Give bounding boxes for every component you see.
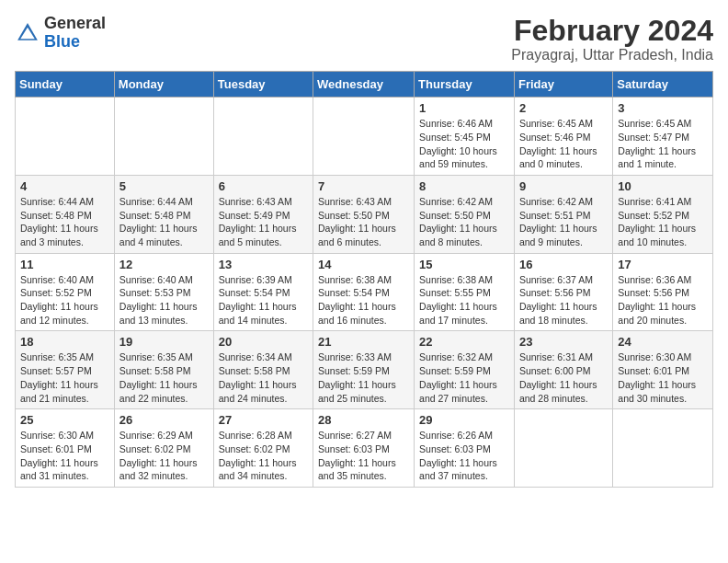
day-number: 17 [618,258,708,271]
calendar-cell: 9Sunrise: 6:42 AM Sunset: 5:51 PM Daylig… [514,175,612,253]
day-number: 1 [419,101,509,115]
calendar-cell [514,409,612,488]
day-info: Sunrise: 6:46 AM Sunset: 5:45 PM Dayligh… [419,117,509,171]
calendar-cell: 24Sunrise: 6:30 AM Sunset: 6:01 PM Dayli… [613,331,713,409]
calendar-body: 1Sunrise: 6:46 AM Sunset: 5:45 PM Daylig… [16,98,713,488]
calendar-cell: 7Sunrise: 6:43 AM Sunset: 5:50 PM Daylig… [313,175,415,253]
calendar-cell: 26Sunrise: 6:29 AM Sunset: 6:02 PM Dayli… [114,409,213,488]
day-info: Sunrise: 6:26 AM Sunset: 6:03 PM Dayligh… [419,429,509,483]
calendar-cell [213,98,313,176]
title-block: February 2024 Prayagraj, Uttar Pradesh, … [511,15,713,63]
day-info: Sunrise: 6:44 AM Sunset: 5:48 PM Dayligh… [119,195,209,249]
day-number: 4 [20,179,109,193]
calendar-cell: 27Sunrise: 6:28 AM Sunset: 6:02 PM Dayli… [213,409,313,488]
calendar-cell: 14Sunrise: 6:38 AM Sunset: 5:54 PM Dayli… [313,253,415,331]
day-info: Sunrise: 6:33 AM Sunset: 5:59 PM Dayligh… [318,350,409,405]
calendar-week-row: 11Sunrise: 6:40 AM Sunset: 5:52 PM Dayli… [16,253,713,331]
calendar-cell: 11Sunrise: 6:40 AM Sunset: 5:52 PM Dayli… [16,253,115,331]
calendar-week-row: 25Sunrise: 6:30 AM Sunset: 6:01 PM Dayli… [16,409,713,488]
calendar-table: SundayMondayTuesdayWednesdayThursdayFrid… [15,71,713,488]
column-header-saturday: Saturday [613,72,713,98]
day-info: Sunrise: 6:38 AM Sunset: 5:54 PM Dayligh… [318,273,409,327]
location-subtitle: Prayagraj, Uttar Pradesh, India [511,47,713,63]
calendar-week-row: 1Sunrise: 6:46 AM Sunset: 5:45 PM Daylig… [16,98,713,176]
column-header-tuesday: Tuesday [213,72,313,98]
calendar-cell: 19Sunrise: 6:35 AM Sunset: 5:58 PM Dayli… [114,331,213,409]
calendar-cell: 20Sunrise: 6:34 AM Sunset: 5:58 PM Dayli… [213,331,313,409]
logo: General Blue [15,15,106,52]
day-info: Sunrise: 6:32 AM Sunset: 5:59 PM Dayligh… [419,350,509,405]
day-number: 27 [219,413,308,427]
day-info: Sunrise: 6:31 AM Sunset: 6:00 PM Dayligh… [519,350,608,405]
calendar-cell: 2Sunrise: 6:45 AM Sunset: 5:46 PM Daylig… [514,98,612,176]
day-info: Sunrise: 6:29 AM Sunset: 6:02 PM Dayligh… [119,429,209,483]
calendar-cell [16,98,115,176]
calendar-cell: 4Sunrise: 6:44 AM Sunset: 5:48 PM Daylig… [16,175,115,253]
day-number: 14 [318,258,409,271]
day-info: Sunrise: 6:42 AM Sunset: 5:50 PM Dayligh… [419,195,509,249]
day-info: Sunrise: 6:39 AM Sunset: 5:54 PM Dayligh… [219,273,308,327]
column-header-monday: Monday [114,72,213,98]
day-info: Sunrise: 6:27 AM Sunset: 6:03 PM Dayligh… [318,429,409,483]
calendar-header-row: SundayMondayTuesdayWednesdayThursdayFrid… [16,72,713,98]
month-year-title: February 2024 [511,15,713,47]
day-number: 29 [419,413,509,427]
day-info: Sunrise: 6:44 AM Sunset: 5:48 PM Dayligh… [20,195,109,249]
day-info: Sunrise: 6:36 AM Sunset: 5:56 PM Dayligh… [618,273,708,327]
calendar-week-row: 4Sunrise: 6:44 AM Sunset: 5:48 PM Daylig… [16,175,713,253]
day-number: 10 [618,179,708,193]
day-number: 19 [119,335,209,349]
day-number: 18 [20,335,109,349]
day-number: 5 [119,179,209,193]
calendar-cell: 29Sunrise: 6:26 AM Sunset: 6:03 PM Dayli… [415,409,515,488]
logo-blue: Blue [44,32,80,51]
day-info: Sunrise: 6:40 AM Sunset: 5:53 PM Dayligh… [119,273,209,327]
calendar-cell: 22Sunrise: 6:32 AM Sunset: 5:59 PM Dayli… [415,331,515,409]
day-info: Sunrise: 6:34 AM Sunset: 5:58 PM Dayligh… [219,350,308,405]
day-number: 6 [219,179,308,193]
calendar-cell: 1Sunrise: 6:46 AM Sunset: 5:45 PM Daylig… [415,98,515,176]
calendar-cell: 6Sunrise: 6:43 AM Sunset: 5:49 PM Daylig… [213,175,313,253]
day-info: Sunrise: 6:43 AM Sunset: 5:50 PM Dayligh… [318,195,409,249]
calendar-cell: 25Sunrise: 6:30 AM Sunset: 6:01 PM Dayli… [16,409,115,488]
calendar-cell: 3Sunrise: 6:45 AM Sunset: 5:47 PM Daylig… [613,98,713,176]
day-number: 20 [219,335,308,349]
day-number: 24 [618,335,708,349]
day-info: Sunrise: 6:35 AM Sunset: 5:58 PM Dayligh… [119,350,209,405]
calendar-cell: 12Sunrise: 6:40 AM Sunset: 5:53 PM Dayli… [114,253,213,331]
calendar-cell: 5Sunrise: 6:44 AM Sunset: 5:48 PM Daylig… [114,175,213,253]
day-number: 3 [618,101,708,115]
calendar-cell: 15Sunrise: 6:38 AM Sunset: 5:55 PM Dayli… [415,253,515,331]
day-info: Sunrise: 6:40 AM Sunset: 5:52 PM Dayligh… [20,273,109,327]
day-info: Sunrise: 6:43 AM Sunset: 5:49 PM Dayligh… [219,195,308,249]
day-number: 26 [119,413,209,427]
calendar-cell: 8Sunrise: 6:42 AM Sunset: 5:50 PM Daylig… [415,175,515,253]
calendar-cell: 16Sunrise: 6:37 AM Sunset: 5:56 PM Dayli… [514,253,612,331]
day-number: 16 [519,258,608,271]
page-header: General Blue February 2024 Prayagraj, Ut… [15,15,713,63]
calendar-cell [313,98,415,176]
calendar-cell: 28Sunrise: 6:27 AM Sunset: 6:03 PM Dayli… [313,409,415,488]
logo-icon [15,20,40,46]
day-info: Sunrise: 6:45 AM Sunset: 5:46 PM Dayligh… [519,117,608,171]
calendar-cell: 21Sunrise: 6:33 AM Sunset: 5:59 PM Dayli… [313,331,415,409]
calendar-cell: 10Sunrise: 6:41 AM Sunset: 5:52 PM Dayli… [613,175,713,253]
day-number: 23 [519,335,608,349]
calendar-cell: 13Sunrise: 6:39 AM Sunset: 5:54 PM Dayli… [213,253,313,331]
day-number: 22 [419,335,509,349]
day-number: 13 [219,258,308,271]
column-header-wednesday: Wednesday [313,72,415,98]
day-number: 28 [318,413,409,427]
logo-text: General Blue [44,15,106,52]
column-header-thursday: Thursday [415,72,515,98]
day-info: Sunrise: 6:35 AM Sunset: 5:57 PM Dayligh… [20,350,109,405]
day-number: 11 [20,258,109,271]
day-number: 21 [318,335,409,349]
day-number: 9 [519,179,608,193]
day-number: 2 [519,101,608,115]
day-info: Sunrise: 6:28 AM Sunset: 6:02 PM Dayligh… [219,429,308,483]
day-number: 15 [419,258,509,271]
day-number: 7 [318,179,409,193]
column-header-friday: Friday [514,72,612,98]
day-info: Sunrise: 6:45 AM Sunset: 5:47 PM Dayligh… [618,117,708,171]
